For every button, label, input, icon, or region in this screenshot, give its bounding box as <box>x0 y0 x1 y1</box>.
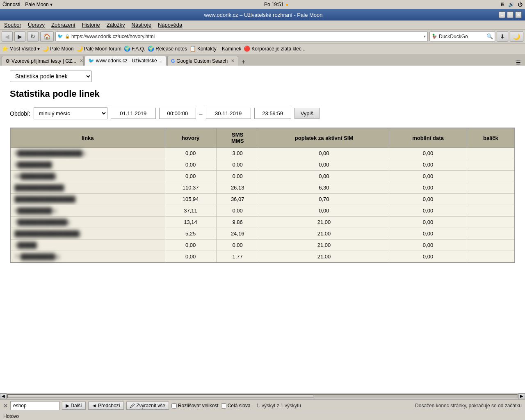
search-engine-logo: 🦆 <box>431 34 437 39</box>
new-tab-button[interactable]: + <box>239 58 248 66</box>
table-row: ████████████████105,9436,070,700,00 <box>10 194 515 205</box>
bookmark-label: Release notes <box>155 46 187 52</box>
table-row: 69█████████)0,000,000,000,00 <box>10 171 515 182</box>
bookmark-label: Pale Moon forum <box>84 46 121 52</box>
home-button[interactable]: 🏠 <box>40 31 54 42</box>
bookmark-faq[interactable]: 🌍 F.A.Q. <box>124 46 145 52</box>
tab-google-search[interactable]: G Google Custom Search ✕ <box>167 56 238 66</box>
pale-moon-menu[interactable]: Pale Moon ▾ <box>25 2 52 7</box>
whole-word-checkbox[interactable] <box>221 403 226 409</box>
tab-favicon-vzorove: ⚙ <box>5 58 10 64</box>
power-icon[interactable]: ⏻ <box>518 2 523 7</box>
menu-soubor[interactable]: Soubor <box>2 21 24 29</box>
tab-favicon-odorik: 🐦 <box>88 58 94 64</box>
whole-word-label: Celá slova <box>228 403 251 409</box>
th-hovory: hovory <box>165 128 216 148</box>
cell-linka: 6█████████████████r) <box>10 148 165 159</box>
cell-hovory: 37,11 <box>165 205 216 217</box>
tab-list-button[interactable]: ☰ <box>514 59 523 66</box>
cell-data: 0,00 <box>389 171 467 182</box>
bookmark-korporace[interactable]: 🔴 Korporace je zlatá klec... <box>244 46 305 52</box>
menu-historie[interactable]: Historie <box>80 21 103 29</box>
cell-balicek <box>467 251 515 263</box>
address-dropdown[interactable]: ▾ <box>424 34 426 39</box>
maximize-button[interactable]: □ <box>507 11 514 18</box>
tab-label-odorik: www.odorik.cz - Uživatelské ... <box>96 58 162 64</box>
minimize-button[interactable]: – <box>499 11 505 18</box>
menu-zobrazeni[interactable]: Zobrazení <box>49 21 78 29</box>
find-close-button[interactable]: ✕ <box>3 403 8 409</box>
find-prev-button[interactable]: ◄ Předchozí <box>88 402 124 410</box>
browser-menu-button[interactable]: 🌙 <box>510 31 523 42</box>
bookmark-kontakty[interactable]: 📋 Kontakty – Kamínek <box>189 46 241 52</box>
date-to-input[interactable] <box>206 108 251 119</box>
find-next-button[interactable]: ▶ Další <box>62 402 86 410</box>
th-linka: linka <box>10 128 165 148</box>
scroll-thumb[interactable] <box>8 395 313 398</box>
volume-icon[interactable]: 🔊 <box>508 2 514 7</box>
bookmark-pale-moon[interactable]: 🌙 Pale Moon <box>42 46 73 52</box>
cell-poplatek: 0,00 <box>259 171 389 182</box>
security-icon: 🔒 <box>65 34 70 39</box>
cell-balicek <box>467 171 515 182</box>
scroll-track[interactable] <box>7 394 518 398</box>
cell-sms: 9,86 <box>216 217 259 228</box>
cell-hovory: 0,00 <box>165 240 216 251</box>
cell-hovory: 0,00 <box>165 251 216 263</box>
scroll-left-button[interactable]: ◀ <box>0 393 7 399</box>
cell-balicek <box>467 228 515 240</box>
menu-napoveda[interactable]: Nápověda <box>155 21 185 29</box>
submit-button[interactable]: Vypiš <box>294 108 320 119</box>
clock-label: Po 19:51 <box>264 2 284 7</box>
bookmark-most-visited[interactable]: ⭐ Most Visited ▾ <box>2 46 40 52</box>
whole-word-wrap[interactable]: Celá slova <box>221 403 251 409</box>
title-bar: www.odorik.cz – Uživatelské rozhraní - P… <box>0 9 525 21</box>
time-from-input[interactable] <box>159 108 196 119</box>
find-message: Dosažen konec stránky, pokračuje se od z… <box>415 403 522 409</box>
search-input[interactable]: DuckDuckGo <box>439 34 485 39</box>
cell-data: 0,00 <box>389 182 467 194</box>
activities-label[interactable]: Činnosti <box>2 2 20 7</box>
menu-nastroje[interactable]: Nástroje <box>129 21 154 29</box>
tab-odorik[interactable]: 🐦 www.odorik.cz - Uživatelské ... ✕ <box>84 56 167 66</box>
menu-upravy[interactable]: Úpravy <box>25 21 47 29</box>
period-select[interactable]: minulý měsíc tento měsíc vlastní <box>34 107 107 119</box>
download-button[interactable]: ⬇ <box>497 31 508 42</box>
back-button[interactable]: ◀ <box>2 31 13 42</box>
tab-close-odorik[interactable]: ✕ <box>166 58 167 64</box>
cell-sms: 36,07 <box>216 194 259 205</box>
close-button[interactable]: ✕ <box>515 11 522 18</box>
tab-vzorove[interactable]: ⚙ Vzorové přijímací testy | GZ... ✕ <box>2 56 84 66</box>
bookmark-label: Most Visited <box>9 46 36 52</box>
date-from-input[interactable] <box>111 108 156 119</box>
page-selector[interactable]: Statistika podle linek <box>10 71 92 82</box>
menu-zalozky[interactable]: Záložky <box>104 21 128 29</box>
date-dash: – <box>199 110 203 117</box>
time-to-input[interactable] <box>254 108 291 119</box>
scroll-right-button[interactable]: ▶ <box>518 393 525 399</box>
address-url: https://www.odorik.cz/ucet/hovory.html <box>71 34 422 39</box>
tab-close-vzorove[interactable]: ✕ <box>80 58 83 64</box>
search-bar[interactable]: 🦆 DuckDuckGo 🔍 <box>429 31 495 42</box>
search-button[interactable]: 🔍 <box>486 33 493 39</box>
bookmarks-bar: ⭐ Most Visited ▾ 🌙 Pale Moon 🌙 Pale Moon… <box>0 43 525 54</box>
bookmark-pale-moon-forum[interactable]: 🌙 Pale Moon forum <box>76 46 121 52</box>
network-icon[interactable]: 🖥 <box>500 2 505 7</box>
tab-close-google[interactable]: ✕ <box>231 58 235 64</box>
reload-button[interactable]: ↻ <box>27 31 39 42</box>
bookmark-label: Kontakty – Kamínek <box>197 46 241 52</box>
cell-poplatek: 0,00 <box>259 205 389 217</box>
filters-row: Období: minulý měsíc tento měsíc vlastní… <box>10 107 515 119</box>
bookmark-arrow: ▾ <box>37 46 40 52</box>
case-sensitive-wrap[interactable]: Rozlišovat velikost <box>171 403 219 409</box>
highlight-all-button[interactable]: 🖊 Zvýraznit vše <box>126 402 169 410</box>
find-input[interactable] <box>10 401 59 410</box>
horizontal-scrollbar[interactable]: ◀ ▶ <box>0 393 525 399</box>
cell-data: 0,00 <box>389 159 467 171</box>
address-bar[interactable]: 🐦 🔒 https://www.odorik.cz/ucet/hovory.ht… <box>55 31 428 42</box>
cell-hovory: 0,00 <box>165 159 216 171</box>
korporace-icon: 🔴 <box>244 46 250 52</box>
bookmark-release-notes[interactable]: 🌍 Release notes <box>148 46 187 52</box>
case-sensitive-checkbox[interactable] <box>171 403 177 409</box>
forward-button[interactable]: ▶ <box>14 31 25 42</box>
